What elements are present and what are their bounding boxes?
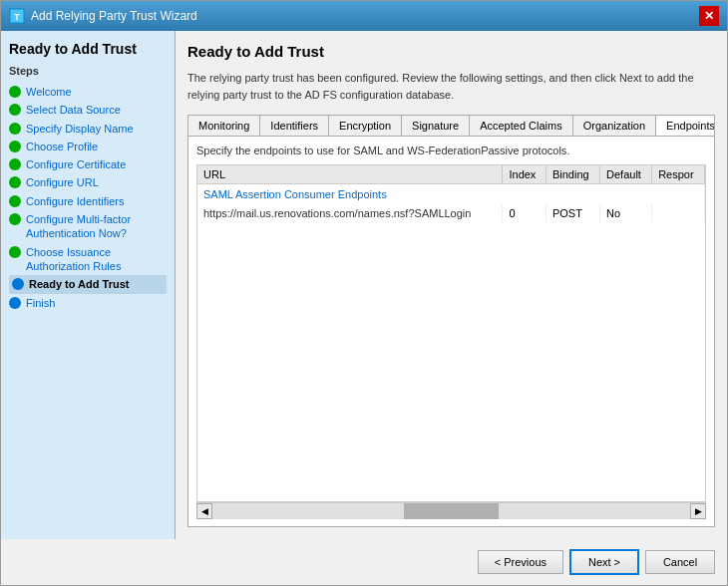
step-dot-specify-display-name xyxy=(9,123,21,135)
step-dot-ready-to-add xyxy=(12,278,24,290)
sidebar-item-label-configure-url: Configure URL xyxy=(26,175,99,189)
sidebar-item-label-configure-certificate: Configure Certificate xyxy=(26,157,126,171)
main-window: T Add Relying Party Trust Wizard ✕ Ready… xyxy=(0,0,728,586)
tabs-row: Monitoring Identifiers Encryption Signat… xyxy=(188,116,714,137)
endpoint-response xyxy=(652,204,705,222)
app-icon: T xyxy=(9,8,25,24)
sidebar-item-label-choose-issuance: Choose Issuance Authorization Rules xyxy=(26,245,167,274)
tab-organization[interactable]: Organization xyxy=(573,116,656,136)
title-bar: T Add Relying Party Trust Wizard ✕ xyxy=(1,1,727,31)
table-row: https://mail.us.renovations.com/names.ns… xyxy=(197,204,705,222)
saml-section-label: SAML Assertion Consumer Endpoints xyxy=(197,184,705,205)
step-dot-select-data-source xyxy=(9,104,21,116)
main-panel: Ready to Add Trust The relying party tru… xyxy=(176,31,727,539)
sidebar-item-configure-multifactor[interactable]: Configure Multi-factor Authentication No… xyxy=(9,210,167,243)
step-dot-configure-url xyxy=(9,176,21,188)
step-dot-welcome xyxy=(9,86,21,98)
content-area: Ready to Add Trust Steps Welcome Select … xyxy=(1,31,727,539)
endpoints-table-wrapper[interactable]: URL Index Binding Default Respor SAML As… xyxy=(196,164,706,502)
previous-button[interactable]: < Previous xyxy=(478,550,563,574)
endpoints-table: URL Index Binding Default Respor SAML As… xyxy=(197,165,705,222)
cancel-button[interactable]: Cancel xyxy=(645,550,715,574)
col-header-binding: Binding xyxy=(546,165,599,184)
steps-label: Steps xyxy=(9,65,167,77)
sidebar-item-specify-display-name[interactable]: Specify Display Name xyxy=(9,120,167,138)
tab-signature[interactable]: Signature xyxy=(402,116,470,136)
saml-section-header: SAML Assertion Consumer Endpoints xyxy=(197,184,705,205)
endpoint-index: 0 xyxy=(503,204,546,222)
col-header-response: Respor xyxy=(652,165,705,184)
sidebar-item-label-specify-display-name: Specify Display Name xyxy=(26,122,134,136)
scroll-left-button[interactable]: ◀ xyxy=(196,503,212,519)
window-title: Add Relying Party Trust Wizard xyxy=(31,9,197,23)
step-dot-choose-profile xyxy=(9,141,21,152)
title-bar-left: T Add Relying Party Trust Wizard xyxy=(9,8,197,24)
step-dot-configure-multifactor xyxy=(9,213,21,225)
tabs-container: Monitoring Identifiers Encryption Signat… xyxy=(187,115,715,527)
endpoint-default: No xyxy=(600,204,652,222)
sidebar-item-choose-profile[interactable]: Choose Profile xyxy=(9,138,167,155)
svg-text:T: T xyxy=(14,12,20,22)
step-dot-configure-certificate xyxy=(9,158,21,170)
tab-content-endpoints: Specify the endpoints to use for SAML an… xyxy=(188,137,714,526)
endpoint-url: https://mail.us.renovations.com/names.ns… xyxy=(197,204,503,222)
tab-endpoints[interactable]: Endpoints xyxy=(656,116,714,137)
sidebar-item-label-ready-to-add: Ready to Add Trust xyxy=(29,277,129,291)
step-dot-choose-issuance xyxy=(9,246,21,258)
col-header-default: Default xyxy=(600,165,652,184)
sidebar-item-ready-to-add[interactable]: Ready to Add Trust xyxy=(9,275,167,293)
sidebar-title: Ready to Add Trust xyxy=(9,41,167,57)
sidebar-item-welcome[interactable]: Welcome xyxy=(9,83,167,101)
sidebar-item-label-configure-identifiers: Configure Identifiers xyxy=(26,194,124,208)
sidebar-item-select-data-source[interactable]: Select Data Source xyxy=(9,101,167,119)
sidebar: Ready to Add Trust Steps Welcome Select … xyxy=(1,31,176,539)
sidebar-item-choose-issuance[interactable]: Choose Issuance Authorization Rules xyxy=(9,243,167,276)
sidebar-item-label-configure-multifactor: Configure Multi-factor Authentication No… xyxy=(26,212,167,241)
sidebar-item-label-finish: Finish xyxy=(26,296,55,310)
sidebar-item-label-choose-profile: Choose Profile xyxy=(26,140,98,153)
sidebar-item-finish[interactable]: Finish xyxy=(9,294,167,312)
scroll-thumb xyxy=(404,503,500,519)
endpoint-binding: POST xyxy=(546,204,599,222)
next-button[interactable]: Next > xyxy=(569,549,639,575)
sidebar-item-configure-identifiers[interactable]: Configure Identifiers xyxy=(9,192,167,210)
page-title: Ready to Add Trust xyxy=(187,43,715,60)
col-header-url: URL xyxy=(197,165,503,184)
sidebar-item-configure-certificate[interactable]: Configure Certificate xyxy=(9,155,167,173)
scroll-track[interactable] xyxy=(212,503,690,519)
tab-monitoring[interactable]: Monitoring xyxy=(188,116,260,136)
sidebar-item-configure-url[interactable]: Configure URL xyxy=(9,173,167,191)
sidebar-item-label-welcome: Welcome xyxy=(26,85,72,99)
tab-identifiers[interactable]: Identifiers xyxy=(260,116,329,136)
horizontal-scrollbar[interactable]: ◀ ▶ xyxy=(196,502,706,518)
step-dot-configure-identifiers xyxy=(9,195,21,207)
footer: < Previous Next > Cancel xyxy=(1,539,727,585)
tab-encryption[interactable]: Encryption xyxy=(329,116,402,136)
col-header-index: Index xyxy=(503,165,546,184)
tab-accepted-claims[interactable]: Accepted Claims xyxy=(470,116,573,136)
tab-description: Specify the endpoints to use for SAML an… xyxy=(196,145,706,156)
scroll-right-button[interactable]: ▶ xyxy=(690,503,706,519)
step-dot-finish xyxy=(9,297,21,309)
sidebar-item-label-select-data-source: Select Data Source xyxy=(26,103,121,117)
close-button[interactable]: ✕ xyxy=(699,6,719,26)
page-description: The relying party trust has been configu… xyxy=(187,70,715,103)
